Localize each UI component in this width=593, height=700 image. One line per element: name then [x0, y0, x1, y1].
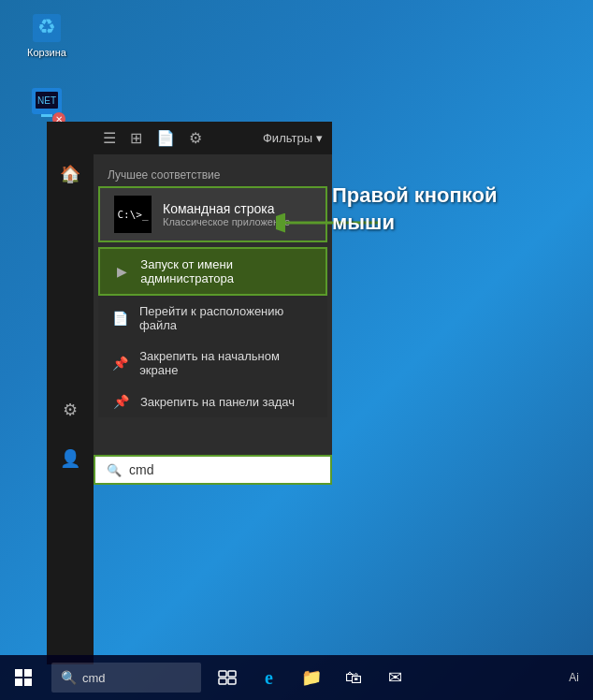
file-explorer-button[interactable]: 📁	[290, 655, 332, 700]
context-pin-taskbar[interactable]: 📌 Закрепить на панели задач	[98, 386, 327, 417]
desktop: ♻ Корзина NET ✕ 🏠 ⚙ 👤 ☰ ⊞ 📄 ⚙ Ф	[0, 0, 593, 700]
app-name: Командная строка	[163, 201, 290, 216]
context-run-admin[interactable]: ▶ Запуск от имени администратора	[98, 247, 327, 296]
sidebar-settings-icon[interactable]: ⚙	[58, 395, 82, 425]
context-goto-file[interactable]: 📄 Перейти к расположению файла	[98, 296, 327, 341]
store-icon: 🛍	[345, 668, 362, 688]
svg-rect-15	[228, 678, 236, 684]
task-view-icon	[218, 670, 237, 685]
goto-file-icon: 📄	[112, 311, 128, 326]
store-button[interactable]: 🛍	[332, 655, 374, 700]
toolbar-doc-icon[interactable]: 📄	[156, 129, 175, 147]
run-admin-label: Запуск от имени администратора	[140, 257, 311, 285]
context-pin-start[interactable]: 📌 Закрепить на начальном экране	[98, 341, 327, 386]
taskbar-search-text: cmd	[82, 671, 106, 685]
recycle-bin-svg: ♻	[28, 9, 65, 47]
context-menu: ▶ Запуск от имени администратора 📄 Перей…	[98, 247, 327, 417]
edge-icon: e	[265, 667, 273, 689]
edge-browser-button[interactable]: e	[248, 655, 290, 700]
start-menu-panel: ☰ ⊞ 📄 ⚙ Фильтры ▾ Лучшее соответствие C:…	[94, 122, 332, 485]
svg-rect-12	[219, 671, 226, 677]
sidebar-home-icon[interactable]: 🏠	[55, 159, 85, 189]
start-menu-toolbar: ☰ ⊞ 📄 ⚙ Фильтры ▾	[94, 122, 332, 154]
svg-rect-14	[219, 678, 226, 684]
tray-time: Ai	[564, 671, 584, 684]
search-results: Лучшее соответствие C:\>_ Командная стро…	[94, 154, 332, 427]
goto-file-label: Перейти к расположению файла	[139, 304, 313, 332]
sidebar-user-icon[interactable]: 👤	[55, 444, 85, 474]
svg-rect-4	[41, 114, 52, 117]
recycle-bin-label: Корзина	[27, 47, 66, 58]
file-explorer-icon: 📁	[301, 667, 322, 688]
filters-chevron-icon: ▾	[316, 131, 323, 145]
pin-taskbar-icon: 📌	[112, 394, 129, 409]
pin-taskbar-label: Закрепить на панели задач	[140, 395, 295, 409]
start-menu-sidebar: 🏠 ⚙ 👤	[47, 122, 94, 664]
taskbar: 🔍 cmd e 📁 🛍 ✉ Ai	[0, 655, 593, 700]
recycle-bin-icon[interactable]: ♻ Корзина	[14, 9, 80, 58]
filters-button[interactable]: Фильтры ▾	[263, 131, 323, 145]
svg-rect-13	[228, 671, 236, 677]
svg-rect-9	[24, 669, 32, 677]
filters-label: Фильтры	[263, 131, 312, 145]
toolbar-gear-icon[interactable]: ⚙	[189, 129, 202, 147]
app-type: Классическое приложение	[163, 216, 290, 227]
taskbar-search-box[interactable]: 🔍 cmd	[51, 663, 201, 693]
taskbar-search-icon: 🔍	[61, 670, 77, 685]
cmd-icon-text: C:\>_	[117, 209, 148, 221]
cmd-icon-box: C:\>_	[114, 196, 152, 233]
taskbar-tray: Ai	[564, 671, 593, 684]
mail-icon: ✉	[388, 667, 402, 688]
start-button[interactable]	[0, 655, 47, 700]
start-search-bar[interactable]: 🔍 cmd	[94, 455, 332, 485]
network-desktop-icon[interactable]: NET ✕	[14, 84, 80, 125]
svg-rect-11	[24, 678, 32, 686]
svg-text:NET: NET	[37, 95, 56, 106]
task-view-button[interactable]	[206, 655, 248, 700]
search-bar-magnifier-icon: 🔍	[107, 463, 122, 477]
pin-start-icon: 📌	[112, 356, 128, 371]
windows-logo-icon	[14, 668, 33, 687]
mail-button[interactable]: ✉	[374, 655, 416, 700]
svg-text:♻: ♻	[37, 15, 56, 38]
best-match-label: Лучшее соответствие	[94, 164, 332, 186]
toolbar-grid-icon[interactable]: ⊞	[130, 129, 142, 147]
pin-start-label: Закрепить на начальном экране	[139, 349, 313, 377]
svg-rect-8	[15, 669, 22, 677]
search-bar-query: cmd	[129, 462, 153, 477]
run-admin-icon: ▶	[114, 264, 129, 279]
svg-rect-10	[15, 678, 22, 686]
toolbar-hamburger-icon[interactable]: ☰	[103, 129, 116, 147]
app-info: Командная строка Классическое приложение	[163, 201, 290, 227]
annotation-text: Правой кнопкоймыши	[332, 182, 498, 236]
